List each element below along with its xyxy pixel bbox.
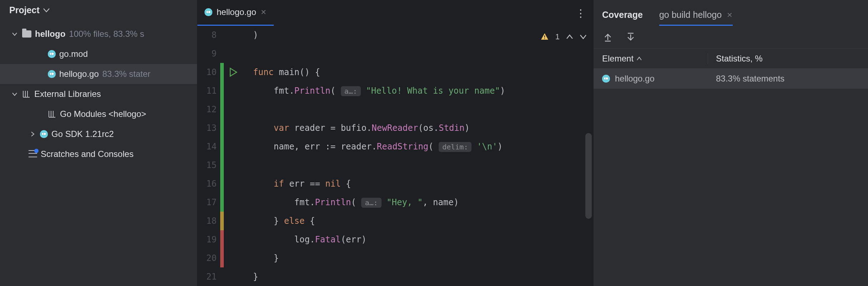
- gutter-row[interactable]: 18: [197, 212, 243, 230]
- code-token: [471, 142, 476, 152]
- coverage-marker: [220, 212, 224, 230]
- code-line[interactable]: }: [253, 267, 593, 286]
- line-number: 17: [197, 193, 220, 212]
- code-token: Stdin: [439, 123, 464, 133]
- project-tree: hellogo 100% files, 83.3% s go.mod hello…: [0, 24, 197, 164]
- gutter-row[interactable]: 12: [197, 100, 243, 119]
- gutter-row[interactable]: 16: [197, 174, 243, 193]
- coverage-marker: [220, 230, 224, 249]
- gutter-row[interactable]: 15: [197, 156, 243, 174]
- code-token: ReadString: [377, 142, 429, 152]
- coverage-marker: [220, 119, 224, 137]
- project-panel: Project hellogo 100% files, 83.3% s go.m…: [0, 0, 197, 286]
- library-icon: [22, 90, 31, 98]
- run-icon[interactable]: [229, 68, 237, 77]
- gutter-row[interactable]: 8: [197, 26, 243, 44]
- editor-scrollbar[interactable]: [585, 133, 592, 219]
- tree-file-go-mod[interactable]: go.mod: [0, 44, 197, 64]
- node-label: Go SDK 1.21rc2: [51, 124, 114, 144]
- code-line[interactable]: }: [253, 249, 593, 267]
- coverage-stat: 83.3% statements: [716, 74, 784, 84]
- coverage-marker: [220, 156, 224, 174]
- code-token: [361, 86, 366, 96]
- code-token: if: [274, 179, 289, 189]
- gutter-row[interactable]: 14: [197, 137, 243, 156]
- file-label: go.mod: [59, 44, 88, 64]
- navigate-up-icon[interactable]: [603, 32, 613, 42]
- run-gutter: [224, 100, 243, 119]
- inlay-hint: delim:: [439, 142, 471, 152]
- tree-go-modules[interactable]: Go Modules <hellogo>: [0, 104, 197, 124]
- code-token: Println: [294, 86, 330, 96]
- code-token: }: [253, 253, 279, 263]
- run-gutter: [224, 119, 243, 137]
- code-line[interactable]: fmt.Println( a…: "Hello! What is your na…: [253, 82, 593, 100]
- code-token: {: [346, 179, 351, 189]
- coverage-marker: [220, 174, 224, 193]
- code-line[interactable]: ): [253, 26, 593, 44]
- gutter-row[interactable]: 9: [197, 44, 243, 63]
- code-token: ): [498, 142, 503, 152]
- tab-coverage[interactable]: Coverage: [602, 10, 643, 26]
- code-token: ): [500, 86, 505, 96]
- code-line[interactable]: [253, 156, 593, 174]
- coverage-row[interactable]: hellogo.go83.3% statements: [594, 69, 868, 89]
- close-icon[interactable]: ✕: [261, 8, 267, 16]
- code-line[interactable]: fmt.Println( a…: "Hey, ", name): [253, 193, 593, 212]
- code-line[interactable]: [253, 44, 593, 63]
- editor-body[interactable]: 89101112131415161718192021 )func main() …: [197, 26, 593, 286]
- tree-scratches[interactable]: Scratches and Consoles: [0, 144, 197, 164]
- go-file-icon: [205, 8, 212, 16]
- editor-panel: hellogo.go ✕ ⋮ 1 89101112131415161718192…: [197, 0, 593, 286]
- code-line[interactable]: func main() {: [253, 63, 593, 82]
- gutter-row[interactable]: 20: [197, 249, 243, 267]
- gutter-row[interactable]: 13: [197, 119, 243, 137]
- code-token: name, err := reader.: [253, 142, 377, 152]
- gutter-row[interactable]: 10: [197, 63, 243, 82]
- tree-file-hellogo[interactable]: hellogo.go 83.3% stater: [0, 64, 197, 84]
- chevron-down-icon: [11, 31, 19, 37]
- editor-tab-label: hellogo.go: [217, 7, 256, 17]
- gutter-row[interactable]: 21: [197, 267, 243, 286]
- gutter-row[interactable]: 17: [197, 193, 243, 212]
- run-gutter[interactable]: [224, 63, 243, 82]
- line-number: 21: [197, 267, 220, 286]
- project-panel-header[interactable]: Project: [0, 0, 197, 24]
- node-label: Scratches and Consoles: [41, 144, 133, 164]
- go-file-icon: [48, 70, 56, 78]
- coverage-col-element[interactable]: Element: [594, 54, 708, 64]
- code-token: fmt.: [253, 197, 315, 207]
- navigate-down-icon[interactable]: [626, 32, 636, 42]
- tab-go-build[interactable]: go build hellogo ✕: [659, 10, 733, 26]
- run-gutter: [224, 174, 243, 193]
- tab-label: go build hellogo: [659, 10, 722, 20]
- code-token: nil: [325, 179, 346, 189]
- code-token: var: [274, 123, 294, 133]
- gutter-row[interactable]: 19: [197, 230, 243, 249]
- line-number: 12: [197, 100, 220, 119]
- gutter-row[interactable]: 11: [197, 82, 243, 100]
- line-number: 16: [197, 174, 220, 193]
- editor-tab-bar: hellogo.go ✕ ⋮: [197, 0, 593, 26]
- editor-tab-hellogo[interactable]: hellogo.go ✕: [197, 0, 274, 26]
- editor-tab-overflow-menu[interactable]: ⋮: [575, 0, 587, 26]
- coverage-marker: [220, 249, 224, 267]
- code-token: (: [351, 197, 362, 207]
- close-icon[interactable]: ✕: [727, 11, 733, 19]
- coverage-col-statistics[interactable]: Statistics, %: [708, 54, 868, 64]
- code-token: {: [310, 216, 315, 226]
- project-root[interactable]: hellogo 100% files, 83.3% s: [0, 24, 197, 44]
- code-line[interactable]: var reader = bufio.NewReader(os.Stdin): [253, 119, 593, 137]
- code-line[interactable]: log.Fatal(err): [253, 230, 593, 249]
- coverage-file-name: hellogo.go: [615, 74, 655, 84]
- tree-external-libraries[interactable]: External Libraries: [0, 84, 197, 104]
- code-line[interactable]: [253, 100, 593, 119]
- coverage-marker: [220, 26, 224, 44]
- line-number: 10: [197, 63, 220, 82]
- code-line[interactable]: } else {: [253, 212, 593, 230]
- code-token: err ==: [289, 179, 325, 189]
- code-line[interactable]: name, err := reader.ReadString( delim: '…: [253, 137, 593, 156]
- tree-go-sdk[interactable]: Go SDK 1.21rc2: [0, 124, 197, 144]
- code-token: Println: [315, 197, 351, 207]
- code-line[interactable]: if err == nil {: [253, 174, 593, 193]
